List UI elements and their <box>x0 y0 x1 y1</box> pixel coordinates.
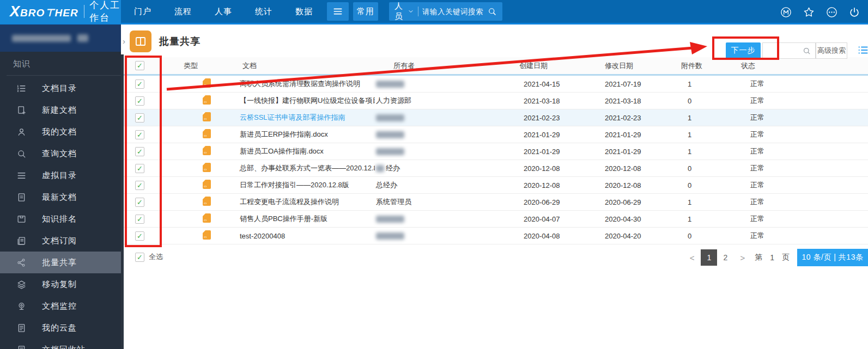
select-all-header-checkbox[interactable]: ✓ <box>135 61 144 70</box>
favorite-star-icon[interactable] <box>803 6 815 19</box>
user-band[interactable] <box>0 25 121 52</box>
table-row[interactable]: ✓新进员工ERP操作指南.docx2021-01-292021-01-291正常 <box>121 126 868 143</box>
document-link[interactable]: 销售人员PBC操作手册-新版 <box>229 214 375 224</box>
owner-redacted <box>376 165 384 172</box>
sidebar-item-4[interactable]: 虚拟目录 <box>0 164 121 186</box>
prev-page-button[interactable]: < <box>683 253 701 262</box>
power-icon[interactable] <box>848 7 860 19</box>
row-checkbox[interactable]: ✓ <box>135 96 144 106</box>
row-checkbox[interactable]: ✓ <box>135 113 144 123</box>
created-date: 2021-04-15 <box>519 80 601 88</box>
apps-menu-button[interactable] <box>327 2 349 21</box>
topnav-item-3[interactable]: 统计 <box>253 0 275 23</box>
page-button-2[interactable]: 2 <box>717 249 733 266</box>
table-row[interactable]: ✓工程变更电子流流程及操作说明系统管理员2020-06-292020-06-29… <box>121 194 868 211</box>
col-created[interactable]: 创建日期 <box>519 61 601 71</box>
search-input[interactable] <box>422 8 483 16</box>
status-badge: 正常 <box>741 197 868 207</box>
document-link[interactable]: 工程变更电子流流程及操作说明 <box>229 197 375 207</box>
table-row[interactable]: ✓新进员工OA操作指南.docx2021-01-292021-01-291正常 <box>121 143 868 160</box>
filter-input[interactable] <box>763 44 801 58</box>
check-icon: ✓ <box>137 62 143 69</box>
sidebar-item-10[interactable]: 文档监控 <box>0 295 121 317</box>
check-icon: ✓ <box>137 216 143 223</box>
table-row[interactable]: ✓离职人员系统需清理数据查询操作说明2021-04-152021-07-191正… <box>121 76 868 93</box>
document-link[interactable]: test-20200408 <box>229 232 375 240</box>
sidebar-item-7[interactable]: 文档订阅 <box>0 230 121 252</box>
col-type[interactable]: 类型 <box>169 61 229 71</box>
sidebar-item-3[interactable]: 查询文档 <box>0 143 121 164</box>
sidebar-menu: 文档目录新建文档我的文档查询文档虚拟目录最新文档知识排名文档订阅批量共享移动复制… <box>0 77 121 349</box>
row-checkbox[interactable]: ✓ <box>135 198 144 207</box>
m-badge-icon[interactable] <box>780 6 792 19</box>
table-row[interactable]: ✓总部、办事处联系方式一览表——2020.12.8版经办2020-12-0820… <box>121 160 868 177</box>
owner-text: 经办 <box>386 163 400 173</box>
document-link[interactable]: 新进员工OA操作指南.docx <box>229 146 375 156</box>
check-icon: ✓ <box>137 232 143 240</box>
row-type-cell <box>169 180 229 191</box>
document-link[interactable]: 【一线快报】建行物联网U位级定位设备项目中标 <box>229 96 375 106</box>
jump-page-number[interactable]: 1 <box>770 253 774 262</box>
topnav-item-1[interactable]: 流程 <box>172 0 194 23</box>
sidebar-item-8[interactable]: 批量共享 <box>0 252 121 273</box>
workspace-title: 个人工作台 <box>89 0 121 24</box>
list-view-icon[interactable] <box>857 44 868 56</box>
list-icon <box>16 170 27 181</box>
col-status[interactable]: 状态 <box>741 61 868 71</box>
page-button-1[interactable]: 1 <box>701 249 717 266</box>
sidebar-item-12[interactable]: 文档回收站 <box>0 339 121 349</box>
sidebar-item-label: 虚拟目录 <box>42 170 77 181</box>
status-badge: 正常 <box>741 79 868 89</box>
logo-area[interactable]: XBRO⊤HER 个人工作台 <box>0 0 121 24</box>
more-options-icon[interactable] <box>825 6 838 19</box>
check-icon: ✓ <box>137 254 143 261</box>
file-recycle-icon <box>16 345 27 349</box>
sidebar-item-0[interactable]: 文档目录 <box>0 77 121 99</box>
col-attachments[interactable]: 附件数 <box>681 61 741 71</box>
col-doc[interactable]: 文档 <box>229 61 375 71</box>
table-row[interactable]: ✓【一线快报】建行物联网U位级定位设备项目中标人力资源部2021-03-1820… <box>121 93 868 109</box>
topnav-item-4[interactable]: 数据 <box>293 0 315 23</box>
search-divider <box>418 7 418 16</box>
row-checkbox[interactable]: ✓ <box>135 164 144 173</box>
document-link[interactable]: 新进员工ERP操作指南.docx <box>229 130 375 139</box>
quick-access-button[interactable]: 常用 <box>353 2 378 21</box>
next-step-button[interactable]: 下一步 <box>726 42 761 59</box>
row-checkbox[interactable]: ✓ <box>135 231 144 241</box>
sidebar-item-2[interactable]: 我的文档 <box>0 121 121 143</box>
col-owner[interactable]: 所有者 <box>375 61 519 71</box>
document-link[interactable]: 离职人员系统需清理数据查询操作说明 <box>229 79 375 89</box>
row-checkbox[interactable]: ✓ <box>135 215 144 224</box>
col-modified[interactable]: 修改日期 <box>601 61 681 71</box>
document-link[interactable]: 云桥SSL证书申请及部署操作指南 <box>229 113 375 123</box>
collapse-chevron-icon[interactable]: › <box>123 36 125 46</box>
topnav-item-2[interactable]: 人事 <box>213 0 234 23</box>
owner-cell: 系统管理员 <box>375 197 519 207</box>
search-category-dropdown[interactable]: 人员 <box>394 1 414 22</box>
sidebar-item-6[interactable]: 知识排名 <box>0 208 121 230</box>
topnav-item-0[interactable]: 门户 <box>132 0 154 23</box>
sidebar-item-9[interactable]: 移动复制 <box>0 273 121 295</box>
search-icon[interactable] <box>487 7 497 16</box>
sidebar-item-5[interactable]: 最新文档 <box>0 186 121 208</box>
document-link[interactable]: 日常工作对接指引——2020.12.8版 <box>229 180 375 190</box>
row-checkbox[interactable]: ✓ <box>135 181 144 190</box>
row-checkbox[interactable]: ✓ <box>135 130 144 139</box>
sidebar-item-11[interactable]: 我的云盘 <box>0 317 121 339</box>
table-row[interactable]: ✓日常工作对接指引——2020.12.8版总经办2020-12-082020-1… <box>121 177 868 194</box>
advanced-search-button[interactable]: 高级搜索 <box>816 42 847 59</box>
select-all-checkbox[interactable]: ✓ <box>135 253 144 262</box>
table-row[interactable]: ✓test-202004082020-04-082020-04-200正常 <box>121 228 868 244</box>
table-row[interactable]: ✓销售人员PBC操作手册-新版2020-04-072020-04-301正常 <box>121 211 868 228</box>
table-row[interactable]: ✓云桥SSL证书申请及部署操作指南2021-02-232021-02-231正常 <box>121 109 868 126</box>
row-type-cell <box>169 78 229 89</box>
document-link[interactable]: 总部、办事处联系方式一览表——2020.12.8版 <box>229 163 375 173</box>
next-page-button[interactable]: > <box>733 253 751 262</box>
page-size-summary[interactable]: 10 条/页 | 共13条 <box>797 249 868 266</box>
check-icon: ✓ <box>137 182 143 189</box>
row-checkbox[interactable]: ✓ <box>135 79 144 89</box>
sidebar-item-label: 文档回收站 <box>42 345 86 349</box>
row-checkbox[interactable]: ✓ <box>135 147 144 156</box>
sidebar-item-1[interactable]: 新建文档 <box>0 99 121 121</box>
status-badge: 正常 <box>741 130 868 139</box>
